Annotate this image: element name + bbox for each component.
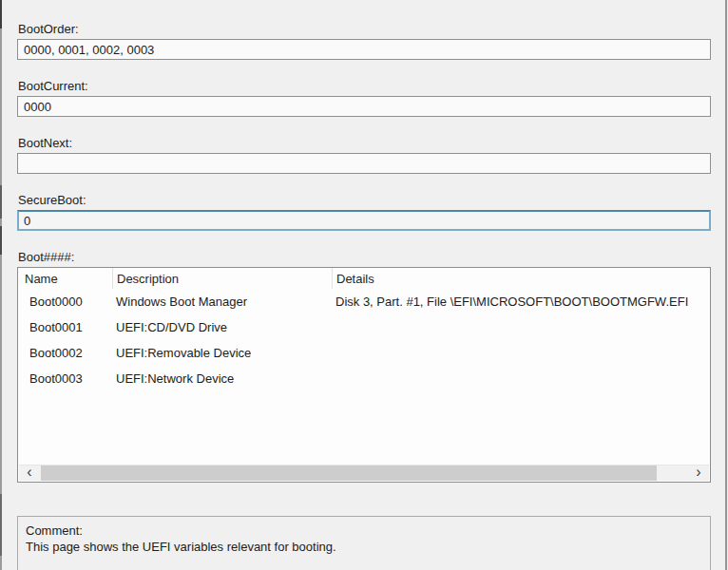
secureboot-label: SecureBoot: bbox=[18, 193, 711, 207]
comment-box: Comment: This page shows the UEFI variab… bbox=[17, 516, 711, 570]
bootorder-field[interactable] bbox=[17, 39, 711, 60]
boot-entries-list: Name Description Details Boot0000 Window… bbox=[17, 267, 711, 483]
horizontal-scrollbar: ‹ › bbox=[19, 465, 709, 481]
cell-name: Boot0003 bbox=[18, 371, 112, 386]
cell-description: UEFI:Network Device bbox=[112, 371, 332, 386]
chevron-left-icon: ‹ bbox=[27, 465, 31, 480]
list-item-boot0002[interactable]: Boot0002 UEFI:Removable Device bbox=[18, 340, 710, 366]
secureboot-field[interactable] bbox=[17, 210, 711, 231]
list-header: Name Description Details bbox=[18, 268, 710, 289]
column-header-name[interactable]: Name bbox=[18, 268, 112, 289]
column-header-description[interactable]: Description bbox=[112, 268, 332, 289]
window-right-edge bbox=[725, 0, 727, 570]
scrollbar-track[interactable] bbox=[40, 466, 688, 481]
list-item-boot0000[interactable]: Boot0000 Windows Boot Manager Disk 3, Pa… bbox=[18, 289, 710, 314]
comment-label: Comment: bbox=[26, 522, 702, 539]
bootorder-label: BootOrder: bbox=[18, 22, 711, 36]
comment-text: This page shows the UEFI variables relev… bbox=[26, 539, 702, 555]
scrollbar-thumb[interactable] bbox=[41, 466, 657, 481]
window-left-edge bbox=[0, 0, 2, 570]
cell-name: Boot0001 bbox=[18, 320, 112, 334]
scroll-left-button[interactable]: ‹ bbox=[19, 466, 40, 481]
uefi-boot-page: BootOrder: BootCurrent: BootNext: Secure… bbox=[17, 0, 711, 570]
scroll-right-button[interactable]: › bbox=[688, 466, 709, 481]
bootnext-label: BootNext: bbox=[18, 136, 711, 150]
bootcurrent-field[interactable] bbox=[17, 96, 711, 117]
bootcurrent-label: BootCurrent: bbox=[18, 79, 711, 93]
cell-description: Windows Boot Manager bbox=[112, 294, 332, 309]
column-header-details[interactable]: Details bbox=[332, 268, 710, 289]
cell-description: UEFI:CD/DVD Drive bbox=[112, 320, 332, 334]
cell-description: UEFI:Removable Device bbox=[112, 346, 332, 360]
bootnext-field[interactable] bbox=[17, 153, 711, 174]
cell-name: Boot0002 bbox=[18, 346, 112, 360]
list-item-boot0001[interactable]: Boot0001 UEFI:CD/DVD Drive bbox=[18, 314, 710, 340]
cell-details: Disk 3, Part. #1, File \EFI\MICROSOFT\BO… bbox=[332, 294, 710, 309]
cell-name: Boot0000 bbox=[18, 294, 112, 309]
list-item-boot0003[interactable]: Boot0003 UEFI:Network Device bbox=[18, 366, 710, 391]
boot-list-label: Boot####: bbox=[18, 250, 711, 264]
chevron-right-icon: › bbox=[696, 465, 700, 480]
